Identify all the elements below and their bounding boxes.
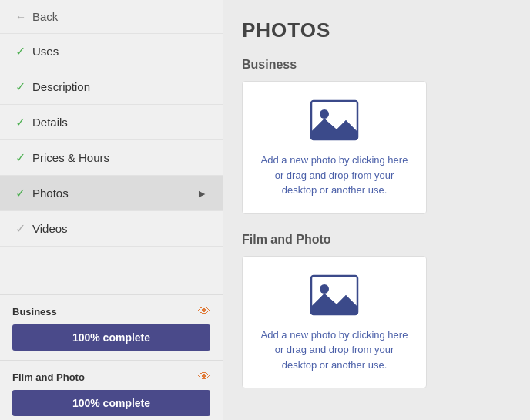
photo-placeholder-icon	[307, 272, 361, 318]
sidebar-nav: ← Back ✓ Uses ✓ Description ✓ Details ✓ …	[0, 0, 223, 294]
photo-placeholder-icon	[307, 97, 361, 143]
sidebar-item-uses[interactable]: ✓ Uses	[0, 34, 223, 69]
sidebar-item-photos[interactable]: ✓ Photos ►	[0, 176, 223, 211]
svg-marker-2	[311, 119, 357, 139]
progress-header: Business 👁	[12, 304, 210, 318]
sidebar-item-back[interactable]: ← Back	[0, 0, 223, 34]
check-icon: ✓	[15, 115, 32, 129]
svg-point-1	[320, 109, 329, 119]
sidebar-item-label: Photos	[32, 186, 196, 200]
eye-icon[interactable]: 👁	[198, 370, 210, 384]
page-title: PHOTOS	[242, 18, 512, 42]
progress-title: Business	[12, 306, 57, 318]
section-title-business: Business	[242, 58, 512, 72]
sidebar-item-videos[interactable]: ✓ Videos	[0, 211, 223, 247]
sidebar-item-label: Back	[32, 10, 207, 23]
sidebar-item-label: Description	[32, 80, 207, 93]
sidebar-item-label: Uses	[32, 45, 207, 58]
progress-section-business: Business 👁 100% complete	[0, 294, 223, 360]
svg-marker-5	[311, 294, 357, 314]
photo-upload-box-business[interactable]: Add a new photo by clicking here or drag…	[242, 81, 427, 214]
progress-bar: 100% complete	[12, 390, 210, 416]
photo-upload-text: Add a new photo by clicking here or drag…	[258, 328, 411, 373]
sidebar: ← Back ✓ Uses ✓ Description ✓ Details ✓ …	[0, 0, 223, 420]
sidebar-item-details[interactable]: ✓ Details	[0, 105, 223, 140]
main-content: PHOTOS Business Add a new photo by click…	[223, 0, 530, 420]
check-icon: ✓	[15, 186, 32, 200]
sidebar-item-description[interactable]: ✓ Description	[0, 69, 223, 105]
progress-bar-text: 100% complete	[72, 397, 150, 409]
sidebar-item-label: Prices & Hours	[32, 151, 207, 164]
svg-point-4	[320, 284, 329, 294]
photo-upload-text: Add a new photo by clicking here or drag…	[258, 153, 411, 198]
sidebar-item-label: Videos	[32, 222, 207, 235]
progress-title: Film and Photo	[12, 371, 85, 383]
eye-icon[interactable]: 👁	[198, 304, 210, 318]
chevron-right-icon: ►	[196, 187, 207, 200]
check-icon: ✓	[15, 44, 32, 59]
sidebar-item-prices-hours[interactable]: ✓ Prices & Hours	[0, 140, 223, 176]
progress-header: Film and Photo 👁	[12, 370, 210, 384]
check-icon: ✓	[15, 79, 32, 94]
check-icon-gray: ✓	[15, 221, 32, 236]
sidebar-item-label: Details	[32, 116, 207, 129]
back-arrow-icon: ←	[15, 11, 32, 23]
progress-section-film-and-photo: Film and Photo 👁 100% complete	[0, 360, 223, 420]
photo-upload-box-film-and-photo[interactable]: Add a new photo by clicking here or drag…	[242, 256, 427, 389]
progress-bar: 100% complete	[12, 324, 210, 351]
section-title-film-and-photo: Film and Photo	[242, 233, 512, 247]
progress-bar-text: 100% complete	[72, 331, 150, 344]
check-icon: ✓	[15, 150, 32, 165]
